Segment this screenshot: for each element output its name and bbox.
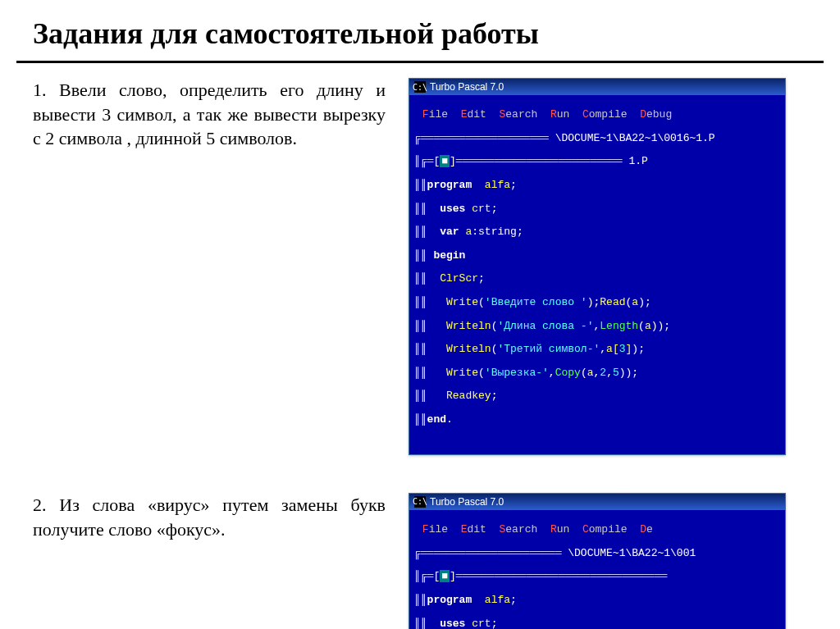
- task-1-text: 1. Ввели слово, определить его длину и в…: [33, 78, 386, 151]
- divider: [16, 61, 824, 63]
- slide-title: Задания для самостоятельной работы: [0, 0, 840, 61]
- dos-icon: C:\: [414, 81, 426, 93]
- window-body: File Edit Search Run Compile Debug ╔════…: [409, 95, 785, 454]
- window-title: Turbo Pascal 7.0: [430, 81, 504, 93]
- task-row-1: 1. Ввели слово, определить его длину и в…: [0, 78, 840, 455]
- window-body: File Edit Search Run Compile De ╔═══════…: [409, 510, 785, 629]
- window-titlebar: C:\ Turbo Pascal 7.0: [409, 494, 785, 510]
- window-titlebar: C:\ Turbo Pascal 7.0: [409, 79, 785, 95]
- turbo-pascal-window-1: C:\ Turbo Pascal 7.0 File Edit Search Ru…: [409, 78, 786, 455]
- window-title: Turbo Pascal 7.0: [430, 496, 504, 508]
- task-row-2: 2. Из слова «вирус» путем замены букв по…: [0, 493, 840, 629]
- task-2-text: 2. Из слова «вирус» путем замены букв по…: [33, 493, 386, 541]
- turbo-pascal-window-2: C:\ Turbo Pascal 7.0 File Edit Search Ru…: [409, 493, 786, 629]
- dos-icon: C:\: [414, 496, 426, 508]
